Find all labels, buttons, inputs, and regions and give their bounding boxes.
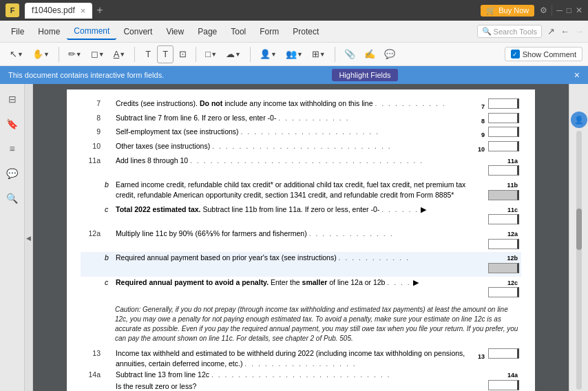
user-avatar-icon[interactable]: 👤 <box>571 112 587 128</box>
input-box[interactable] <box>488 214 519 224</box>
underline-tool-button[interactable]: A▼ <box>109 45 130 63</box>
forward-icon[interactable]: → <box>575 26 584 36</box>
input-box[interactable] <box>488 141 519 151</box>
row-number <box>81 277 103 301</box>
search-placeholder: Search Tools <box>494 28 537 36</box>
table-row: b Earned income credit, refundable child… <box>81 179 521 203</box>
textbox-tool-button[interactable]: T <box>157 45 174 63</box>
settings-icon[interactable]: ⚙ <box>540 6 547 15</box>
row-number: 12a <box>81 228 103 252</box>
table-row: 13 Income tax withheld and estimated to … <box>81 348 521 369</box>
row-number: 9 <box>81 126 103 140</box>
vertical-scrollbar[interactable] <box>576 131 582 390</box>
pencil-tool-button[interactable]: ✏▼ <box>64 45 86 63</box>
table-row: 10 Other taxes (see instructions) . . . … <box>81 140 521 155</box>
table-row: b Required annual payment based on prior… <box>81 252 521 276</box>
pdf-page: 7 Credits (see instructions). Do not inc… <box>67 89 535 391</box>
table-row: 12a Multiply line 11c by 90% (66⅔% for f… <box>81 228 521 252</box>
row-number: 8 <box>81 112 103 127</box>
table-row: 14a Subtract line 13 from line 12c . . .… <box>81 369 521 391</box>
menu-item-protect[interactable]: Protect <box>286 24 326 39</box>
input-box[interactable] <box>488 98 519 109</box>
input-box[interactable] <box>488 113 519 123</box>
row-number: 11a <box>81 155 103 179</box>
shaded-box <box>488 190 519 200</box>
input-box[interactable] <box>488 348 519 359</box>
rect-tool-button[interactable]: □▼ <box>201 45 221 63</box>
back-icon[interactable]: ← <box>560 26 569 36</box>
notification-close-button[interactable]: × <box>574 70 580 81</box>
sign-tool-button[interactable]: ✍ <box>360 45 379 63</box>
search-tools-box[interactable]: 🔍 Search Tools <box>477 25 542 38</box>
table-row: 9 Self-employment tax (see instructions)… <box>81 126 521 140</box>
top-bar: F f1040es.pdf × + 🛒 Buy Now ⚙ ─ □ ✕ <box>0 0 588 21</box>
menu-item-form[interactable]: Form <box>253 24 286 39</box>
add-tab-button[interactable]: + <box>96 4 103 17</box>
row-number: 7 <box>81 98 103 112</box>
line-number-label: 7 <box>481 103 486 110</box>
hand-tool-button[interactable]: ✋▼ <box>28 45 54 63</box>
scrollbar-thumb[interactable] <box>576 209 582 250</box>
comment-tool-button[interactable]: 💬 <box>380 45 399 63</box>
menu-item-view[interactable]: View <box>159 24 191 39</box>
stamp2-tool-button[interactable]: ⊞▼ <box>308 45 330 63</box>
highlight-fields-button[interactable]: Highlight Fields <box>332 69 397 81</box>
close-window-button[interactable]: ✕ <box>576 6 582 15</box>
sidebar-thumbnail-icon[interactable]: ⊟ <box>3 89 22 109</box>
maximize-button[interactable]: □ <box>567 6 571 15</box>
table-row: 11a Add lines 8 through 10 . . . . . . .… <box>81 155 521 179</box>
sidebar-search-icon[interactable]: 🔍 <box>3 189 22 208</box>
pdf-content-table: 7 Credits (see instructions). Do not inc… <box>81 98 521 301</box>
buy-now-button[interactable]: 🛒 Buy Now <box>481 5 534 17</box>
row-number: 10 <box>81 140 103 155</box>
caution-text: Caution: Generally, if you do not prepay… <box>81 305 521 344</box>
cursor-tool-button[interactable]: ↖▼ <box>6 45 28 63</box>
menu-item-file[interactable]: File <box>4 24 31 39</box>
input-box[interactable] <box>488 127 519 137</box>
stamp-tool-button[interactable]: ⊡ <box>174 45 191 63</box>
input-box[interactable] <box>488 165 519 176</box>
input-box[interactable] <box>488 380 519 390</box>
main-layout: ⊟ 🔖 ≡ 💬 🔍 ◀ 7 C <box>0 84 588 391</box>
row-number <box>81 204 103 228</box>
input-box[interactable] <box>488 239 519 249</box>
menu-item-comment[interactable]: Comment <box>67 23 116 40</box>
menu-item-convert[interactable]: Convert <box>116 24 159 39</box>
menu-item-page[interactable]: Page <box>191 24 224 39</box>
document-area: 7 Credits (see instructions). Do not inc… <box>33 84 569 391</box>
menu-item-tool[interactable]: Tool <box>224 24 253 39</box>
show-comment-label: Show Comment <box>523 50 576 59</box>
minimize-button[interactable]: ─ <box>556 6 563 15</box>
sidebar-comment-icon[interactable]: 💬 <box>3 164 22 183</box>
menu-item-home[interactable]: Home <box>31 24 67 39</box>
toolbar: ↖▼ ✋▼ ✏▼ ◻▼ A▼ T T ⊡ □▼ ☁▼ 👤▼ 👥▼ ⊞▼ 📎 ✍ … <box>0 43 588 66</box>
text-tool-button[interactable]: T <box>140 45 156 63</box>
notification-text: This document contains interactive form … <box>8 71 164 79</box>
cart-icon: 🛒 <box>486 6 496 15</box>
right-sidebar: 👤 <box>569 84 588 391</box>
table-row: 7 Credits (see instructions). Do not inc… <box>81 98 521 112</box>
search-icon: 🔍 <box>482 27 492 36</box>
is-result-zero-label: Is the result zero or less? <box>116 381 471 391</box>
show-comment-checkbox[interactable]: ✓ <box>511 50 520 59</box>
table-row: c Total 2022 estimated tax. Subtract lin… <box>81 204 521 228</box>
row-number <box>81 252 103 276</box>
eraser-tool-button[interactable]: ◻▼ <box>87 45 109 63</box>
notification-bar: This document contains interactive form … <box>0 66 588 84</box>
input-box[interactable] <box>488 287 519 297</box>
close-tab-button[interactable]: × <box>81 6 86 16</box>
menu-bar: File Home Comment Convert View Page Tool… <box>0 21 588 43</box>
tab-filename: f1040es.pdf <box>32 6 75 15</box>
table-row: c Required annual payment to avoid a pen… <box>81 277 521 301</box>
share-tool-button[interactable]: 👥▼ <box>282 45 307 63</box>
external-link-icon[interactable]: ↗ <box>547 26 555 36</box>
user-tool-button[interactable]: 👤▼ <box>255 45 281 63</box>
cloud-tool-button[interactable]: ☁▼ <box>222 45 245 63</box>
paperclip-tool-button[interactable]: 📎 <box>340 45 359 63</box>
show-comment-button[interactable]: ✓ Show Comment <box>505 47 582 61</box>
row-number <box>81 179 103 203</box>
sidebar-collapse-button[interactable]: ◀ <box>25 84 33 391</box>
sidebar-bookmark-icon[interactable]: 🔖 <box>3 114 22 134</box>
sidebar-layers-icon[interactable]: ≡ <box>3 139 22 158</box>
left-sidebar: ⊟ 🔖 ≡ 💬 🔍 <box>0 84 25 391</box>
